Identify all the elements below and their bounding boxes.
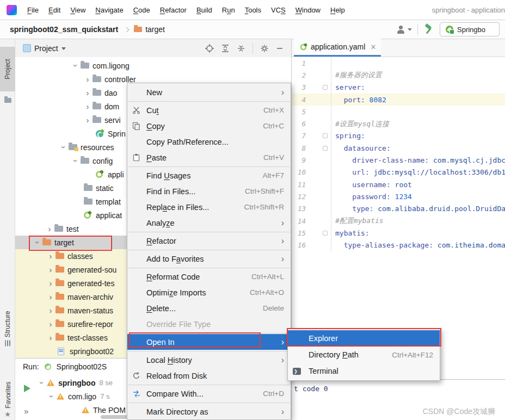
chevron-collapsed-icon[interactable]: › (83, 75, 93, 83)
breadcrumb-project[interactable]: springboot02_ssm_quickstart (10, 25, 118, 34)
menu-navigate[interactable]: Navigate (90, 0, 128, 20)
gear-icon[interactable] (260, 44, 269, 53)
chevron-collapsed-icon[interactable]: › (46, 252, 56, 260)
chevron-collapsed-icon[interactable]: › (83, 102, 93, 110)
chevron-down-icon[interactable] (61, 47, 66, 50)
fold-marker-icon[interactable] (323, 133, 328, 138)
chevron-collapsed-icon[interactable]: › (46, 293, 56, 301)
shortcut-label: Ctrl+C (263, 122, 284, 130)
build-hammer-icon[interactable] (423, 24, 434, 35)
chevron-collapsed-icon[interactable]: › (46, 279, 56, 287)
code-line[interactable]: 10 url: jdbc:mysql://localhost:3306/db1 (292, 166, 505, 178)
menu-item-directory-path[interactable]: Directory PathCtrl+Alt+F12 (288, 347, 440, 363)
chevron-collapsed-icon[interactable]: › (46, 306, 56, 314)
menu-edit[interactable]: Edit (44, 0, 65, 20)
menu-item-mark-directory-as[interactable]: Mark Directory as› (127, 404, 291, 419)
menu-item-delete[interactable]: Delete...Delete (127, 300, 291, 316)
tool-window-button-project[interactable]: Project (0, 47, 15, 91)
menu-item-label: Paste (146, 153, 167, 162)
code-line[interactable]: 12 password: 1234 (292, 190, 505, 202)
menu-item-analyze[interactable]: Analyze› (127, 215, 291, 231)
code-line[interactable]: 15mybatis: (292, 227, 505, 239)
breadcrumb-target[interactable]: target (134, 25, 165, 34)
code-line[interactable]: 11 username: root (292, 178, 505, 190)
menu-tools[interactable]: Tools (240, 0, 266, 20)
menu-separator (128, 351, 290, 351)
chevron-expanded-icon[interactable]: › (60, 143, 68, 152)
code-line[interactable]: 14#配置mybatis (292, 215, 505, 227)
menu-build[interactable]: Build (192, 0, 217, 20)
menu-run[interactable]: Run (217, 0, 240, 20)
code-line[interactable]: 8 datasource: (292, 142, 505, 154)
code-line[interactable]: 6#设置mysql连接 (292, 118, 505, 129)
menu-vcs[interactable]: VCS (266, 0, 291, 20)
menu-item-paste[interactable]: PasteCtrl+V (127, 150, 291, 165)
chevron-collapsed-icon[interactable]: › (83, 89, 93, 97)
chevron-expanded-icon[interactable]: › (72, 156, 80, 166)
code-line[interactable]: 9 driver-class-name: com.mysql.cj.jdbc (292, 154, 505, 166)
menu-window[interactable]: Window (291, 0, 325, 20)
ide-window: FileEditViewNavigateCodeRefactorBuildRun… (0, 0, 505, 420)
code-line[interactable]: 3server: (292, 82, 505, 94)
fold-marker-icon[interactable] (323, 85, 328, 90)
menu-item-terminal[interactable]: Terminal (288, 363, 440, 379)
chevron-expanded-icon[interactable]: › (34, 238, 42, 248)
tree-item-com-ligong[interactable]: ›com.ligong (15, 59, 291, 72)
menu-item-replace-in-files[interactable]: Replace in Files...Ctrl+Shift+R (127, 199, 291, 215)
fold-marker-icon[interactable] (323, 146, 328, 151)
menu-item-explorer[interactable]: Explorer (288, 330, 440, 347)
menu-refactor[interactable]: Refactor (155, 0, 192, 20)
menu-item-compare-with[interactable]: Compare With...Ctrl+D (127, 386, 291, 402)
menu-item-label: Mark Directory as (146, 407, 208, 416)
code-line[interactable]: 13 type: com.alibaba.druid.pool.DruidDa (292, 203, 505, 215)
menu-item-find-in-files[interactable]: Find in Files...Ctrl+Shift+F (127, 183, 291, 199)
menu-item-new[interactable]: New› (127, 84, 291, 100)
collapse-all-icon[interactable] (237, 44, 245, 53)
expand-all-icon[interactable] (221, 44, 230, 53)
menu-item-refactor[interactable]: Refactor› (127, 233, 291, 249)
code-line[interactable]: 4 port: 8082 (292, 94, 505, 106)
code-line[interactable]: 16 type-aliases-package: com.itheima.dom… (292, 239, 505, 251)
shortcut-label: Ctrl+X (263, 106, 284, 114)
chevron-collapsed-icon[interactable]: › (45, 225, 54, 233)
code-line[interactable]: 2#服务器的设置 (292, 69, 505, 81)
menu-item-cut[interactable]: CutCtrl+X (127, 102, 291, 118)
menu-view[interactable]: View (65, 0, 90, 20)
tool-window-folder-icon[interactable] (0, 94, 15, 107)
chevron-expanded-icon[interactable]: › (72, 61, 80, 71)
menu-item-label: Optimize Imports (146, 288, 206, 297)
tab-application-yaml[interactable]: application.yaml ✕ (294, 39, 381, 57)
chevron-collapsed-icon[interactable]: › (46, 320, 56, 328)
chevron-expanded-icon[interactable]: › (48, 392, 56, 402)
hide-panel-icon[interactable] (276, 45, 284, 52)
menu-file[interactable]: File (22, 0, 44, 20)
menu-code[interactable]: Code (128, 0, 155, 20)
menu-item-add-to-favorites[interactable]: Add to Favorites› (127, 251, 291, 267)
code-line[interactable]: 7spring: (292, 130, 505, 142)
tool-window-button-structure[interactable]: Structure (0, 299, 15, 358)
menu-item-copy-path-reference[interactable]: Copy Path/Reference... (127, 134, 291, 150)
chevron-collapsed-icon[interactable]: › (83, 116, 93, 124)
chevron-collapsed-icon[interactable]: › (46, 265, 56, 274)
code-line[interactable]: 5 (292, 106, 505, 118)
chevron-collapsed-icon[interactable]: › (46, 333, 56, 342)
close-icon[interactable]: ✕ (369, 43, 376, 51)
menu-help[interactable]: Help (325, 0, 350, 20)
user-menu-button[interactable] (397, 26, 412, 34)
menu-item-copy[interactable]: CopyCtrl+C (127, 118, 291, 134)
fold-marker-icon[interactable] (323, 231, 328, 236)
code-editor[interactable]: 12#服务器的设置3server:4 port: 808256#设置mysql连… (292, 57, 505, 251)
menu-item-optimize-imports[interactable]: Optimize ImportsCtrl+Alt+O (127, 285, 291, 300)
code-line[interactable]: 1 (292, 57, 505, 69)
menu-item-open-in[interactable]: Open In› (127, 334, 291, 350)
project-panel-title[interactable]: Project (34, 44, 58, 53)
menu-item-find-usages[interactable]: Find UsagesAlt+F7 (127, 168, 291, 183)
run-configuration-selector[interactable]: Springbo (440, 22, 500, 36)
chevron-expanded-icon[interactable]: › (38, 378, 46, 388)
locate-file-icon[interactable] (205, 44, 214, 53)
menu-item-local-history[interactable]: Local History› (127, 352, 291, 368)
menu-item-reload-from-disk[interactable]: Reload from Disk (127, 368, 291, 384)
spring-yaml-file-icon (300, 44, 307, 50)
menu-item-reformat-code[interactable]: Reformat CodeCtrl+Alt+L (127, 269, 291, 285)
tool-window-button-favorites[interactable]: ★Favorites (0, 370, 15, 420)
